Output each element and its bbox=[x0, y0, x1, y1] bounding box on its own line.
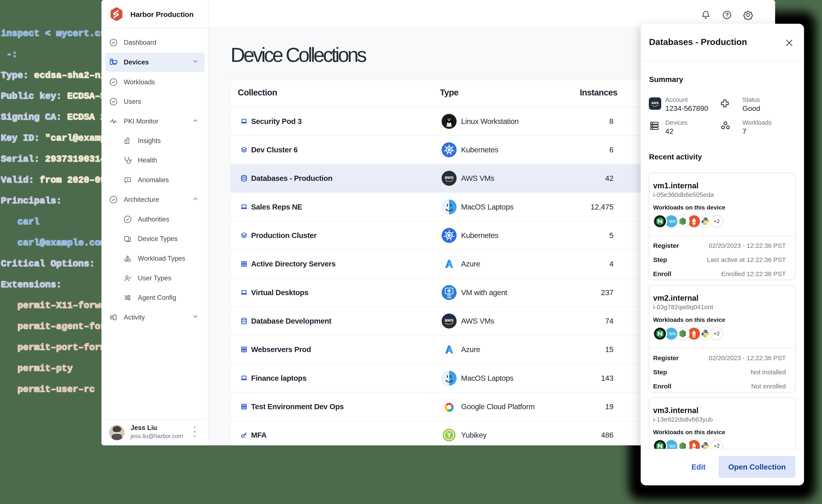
svg-text:GO: GO bbox=[669, 444, 676, 448]
svg-text:aws: aws bbox=[445, 318, 454, 323]
svg-text:GO: GO bbox=[669, 219, 676, 223]
svg-text:VM: VM bbox=[447, 296, 451, 299]
svg-text:+2: +2 bbox=[714, 443, 720, 449]
svg-text:aws: aws bbox=[652, 101, 659, 105]
svg-text:aws: aws bbox=[445, 175, 454, 180]
svg-text:+2: +2 bbox=[714, 218, 720, 224]
svg-text:+2: +2 bbox=[714, 331, 720, 337]
svg-text:GO: GO bbox=[669, 332, 676, 336]
